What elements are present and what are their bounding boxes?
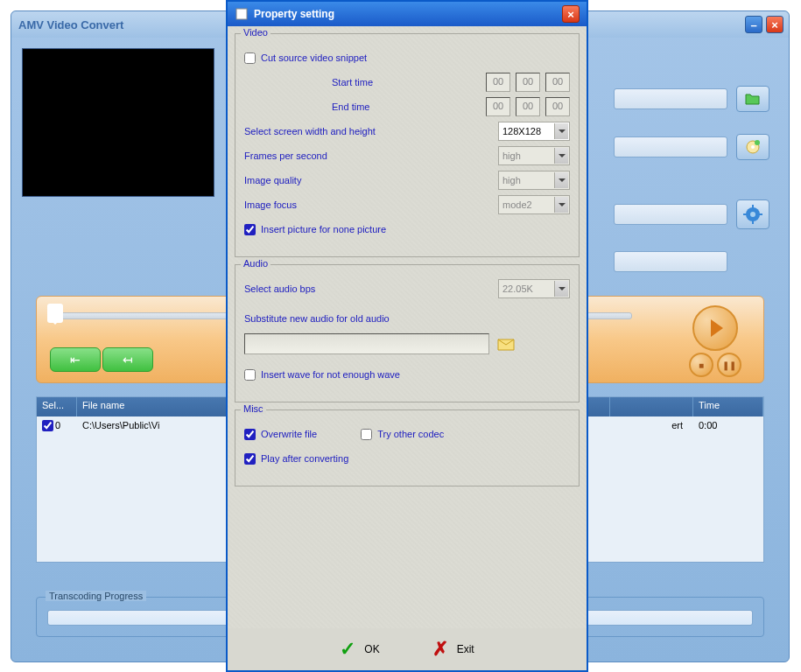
- svg-rect-5: [752, 205, 754, 208]
- col-select[interactable]: Sel...: [37, 397, 77, 416]
- insert-wave-label: Insert wave for not enough wave: [261, 369, 400, 380]
- col-status[interactable]: [610, 397, 693, 416]
- try-codec-label: Try other codec: [377, 429, 444, 439]
- bps-label: Select audio bps: [244, 284, 315, 294]
- start-mm[interactable]: 00: [516, 73, 540, 92]
- open-file-button[interactable]: [736, 86, 769, 112]
- bps-dropdown[interactable]: 22.05K: [498, 279, 570, 298]
- row-checkbox[interactable]: [42, 420, 53, 431]
- substitute-label: Substitute new audio for old audio: [244, 313, 390, 324]
- insert-wave-checkbox[interactable]: [244, 369, 256, 381]
- output-button[interactable]: [736, 134, 769, 160]
- settings-display: [614, 204, 727, 225]
- seek-thumb[interactable]: [47, 304, 63, 323]
- close-button[interactable]: ×: [766, 16, 783, 33]
- svg-point-2: [755, 140, 760, 145]
- chevron-down-icon: [554, 123, 568, 139]
- focus-label: Image focus: [244, 200, 297, 210]
- overwrite-checkbox[interactable]: [244, 429, 256, 440]
- svg-rect-9: [236, 9, 247, 19]
- end-ss[interactable]: 00: [545, 97, 570, 116]
- screen-size-dropdown[interactable]: 128X128: [498, 122, 570, 141]
- start-hh[interactable]: 00: [486, 73, 510, 92]
- play-icon: [711, 319, 723, 337]
- step-back-button[interactable]: ↤: [102, 347, 153, 372]
- dialog-title: Property setting: [254, 8, 334, 20]
- pause-button[interactable]: ❚❚: [717, 353, 741, 377]
- property-dialog: Property setting × Video Cut source vide…: [226, 0, 588, 672]
- chevron-down-icon: [554, 148, 568, 164]
- dialog-icon: [235, 7, 249, 21]
- output-file-field[interactable]: [614, 136, 727, 158]
- audio-path-input[interactable]: [244, 333, 489, 354]
- svg-rect-8: [759, 214, 762, 215]
- quality-label: Image quality: [244, 175, 301, 186]
- video-preview: [22, 48, 214, 197]
- insert-picture-label: Insert picture for none picture: [261, 224, 386, 234]
- minimize-button[interactable]: –: [745, 16, 762, 33]
- row-status: ert: [610, 418, 693, 432]
- cut-snippet-label: Cut source video snippet: [261, 52, 367, 63]
- check-icon: ✓: [340, 638, 355, 661]
- disc-icon: [744, 139, 762, 155]
- start-time-label: Start time: [332, 77, 373, 88]
- insert-picture-checkbox[interactable]: [244, 224, 256, 235]
- x-icon: ✗: [432, 638, 448, 661]
- chevron-down-icon: [554, 281, 568, 297]
- gear-icon: [743, 205, 762, 224]
- dialog-close-button[interactable]: ×: [562, 5, 580, 23]
- screen-size-label: Select screen width and height: [244, 126, 376, 136]
- quality-dropdown[interactable]: high: [498, 171, 570, 190]
- focus-dropdown[interactable]: mode2: [498, 195, 570, 214]
- extra-field[interactable]: [614, 251, 727, 272]
- start-ss[interactable]: 00: [545, 73, 570, 92]
- video-legend: Video: [241, 27, 271, 38]
- overwrite-label: Overwrite file: [261, 429, 317, 439]
- audio-fieldset: Audio Select audio bps 22.05K Substitute…: [235, 264, 580, 402]
- chevron-down-icon: [554, 172, 568, 188]
- main-title: AMV Video Convert: [18, 18, 123, 32]
- end-mm[interactable]: 00: [516, 97, 540, 116]
- stop-button[interactable]: ■: [689, 353, 713, 377]
- svg-point-4: [750, 212, 755, 217]
- fps-dropdown[interactable]: high: [498, 146, 570, 165]
- play-after-label: Play after converting: [261, 453, 348, 464]
- skip-back-button[interactable]: ⇤: [50, 347, 101, 372]
- dialog-footer: ✓ OK ✗ Exit: [228, 628, 587, 670]
- envelope-icon: [496, 336, 517, 352]
- row-time: 0:00: [693, 418, 763, 432]
- folder-open-icon: [744, 92, 762, 106]
- svg-rect-6: [752, 220, 754, 224]
- chevron-down-icon: [554, 197, 568, 213]
- progress-label: Transcoding Progress: [46, 591, 146, 601]
- misc-fieldset: Misc Overwrite file Try other codec Play…: [235, 410, 580, 486]
- end-time-label: End time: [332, 102, 369, 112]
- play-after-checkbox[interactable]: [244, 453, 256, 465]
- dialog-titlebar[interactable]: Property setting ×: [228, 2, 587, 26]
- col-time[interactable]: Time: [693, 397, 763, 416]
- try-codec-checkbox[interactable]: [361, 429, 372, 440]
- play-button[interactable]: [692, 305, 738, 351]
- ok-button[interactable]: ✓ OK: [340, 638, 379, 661]
- svg-rect-7: [743, 214, 747, 215]
- browse-audio-button[interactable]: [495, 334, 519, 354]
- misc-legend: Misc: [241, 403, 266, 414]
- cut-snippet-checkbox[interactable]: [244, 52, 256, 64]
- settings-button[interactable]: [736, 200, 769, 229]
- video-fieldset: Video Cut source video snippet Start tim…: [235, 33, 580, 257]
- exit-button[interactable]: ✗ Exit: [432, 638, 474, 661]
- svg-point-1: [751, 145, 755, 149]
- end-hh[interactable]: 00: [486, 97, 510, 116]
- audio-legend: Audio: [241, 258, 271, 269]
- fps-label: Frames per second: [244, 150, 327, 161]
- input-file-field[interactable]: [614, 88, 727, 109]
